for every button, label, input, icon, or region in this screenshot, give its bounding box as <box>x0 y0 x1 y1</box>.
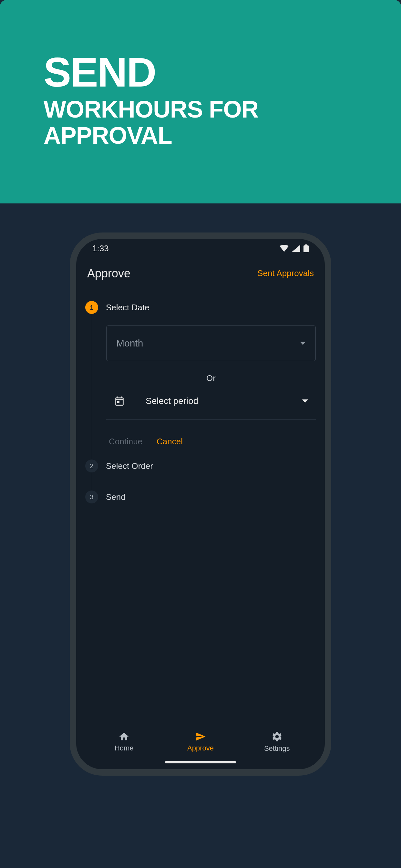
step-2-badge: 2 <box>85 460 98 472</box>
step-1-badge: 1 <box>85 301 98 314</box>
nav-settings-label: Settings <box>264 744 290 753</box>
nav-home[interactable]: Home <box>103 731 145 752</box>
step-3-badge: 3 <box>85 491 98 503</box>
step-2-header[interactable]: 2 Select Order <box>85 460 316 472</box>
step-1-body: Month Or Select period Continue Cancel <box>92 314 316 460</box>
cancel-button[interactable]: Cancel <box>157 437 183 446</box>
status-bar: 1:33 <box>76 239 325 258</box>
step-1-header[interactable]: 1 Select Date <box>85 301 316 314</box>
status-icons <box>280 244 309 252</box>
home-icon <box>118 731 130 742</box>
dropdown-icon <box>300 342 306 345</box>
calendar-icon <box>114 396 125 407</box>
hero-title-line1: SEND <box>43 52 358 93</box>
stepper: 1 Select Date Month Or Select period <box>85 301 316 503</box>
hero-title-line2: WORKHOURS FOR APPROVAL <box>43 96 358 149</box>
step-1-actions: Continue Cancel <box>106 420 316 446</box>
select-period-label: Select period <box>139 396 288 406</box>
hero-banner: SEND WORKHOURS FOR APPROVAL <box>0 0 401 204</box>
continue-button[interactable]: Continue <box>109 437 143 446</box>
content-area: 1 Select Date Month Or Select period <box>76 289 325 724</box>
svg-rect-0 <box>304 245 309 252</box>
step-2-label: Select Order <box>106 461 153 471</box>
step-3-label: Send <box>106 492 126 502</box>
app-bar: Approve Sent Approvals <box>76 258 325 289</box>
phone-frame: 1:33 Approve Sent Approvals 1 Select Dat… <box>70 232 331 776</box>
wifi-icon <box>280 245 289 252</box>
gear-icon <box>271 731 283 742</box>
step-connector <box>92 472 316 491</box>
phone-screen: 1:33 Approve Sent Approvals 1 Select Dat… <box>76 239 325 769</box>
month-placeholder: Month <box>116 338 143 349</box>
nav-approve[interactable]: Approve <box>180 731 221 752</box>
month-dropdown[interactable]: Month <box>106 326 316 361</box>
select-period-row[interactable]: Select period <box>106 396 316 420</box>
step-3-header[interactable]: 3 Send <box>85 491 316 503</box>
svg-rect-1 <box>305 244 307 245</box>
battery-icon <box>304 244 309 252</box>
nav-settings[interactable]: Settings <box>256 731 298 753</box>
nav-approve-label: Approve <box>187 744 214 752</box>
home-indicator[interactable] <box>165 761 236 764</box>
step-1-label: Select Date <box>106 303 149 313</box>
signal-icon <box>292 245 300 252</box>
sent-approvals-link[interactable]: Sent Approvals <box>257 268 314 278</box>
dropdown-icon <box>302 399 308 403</box>
page-title: Approve <box>87 267 130 280</box>
nav-home-label: Home <box>115 744 134 752</box>
status-time: 1:33 <box>92 244 109 253</box>
or-divider: Or <box>106 373 316 383</box>
phone-mockup-area: 1:33 Approve Sent Approvals 1 Select Dat… <box>0 204 401 776</box>
send-icon <box>194 731 207 742</box>
